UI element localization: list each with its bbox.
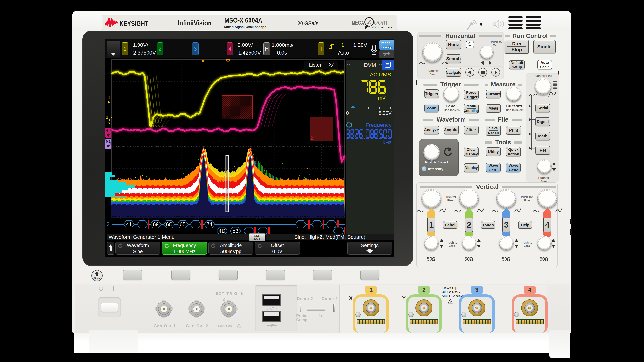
svg-text:4: 4 — [106, 128, 108, 133]
svg-text:2: 2 — [310, 134, 314, 141]
svg-text:1: 1 — [109, 224, 111, 228]
svg-text:kHz: kHz — [383, 140, 392, 145]
svg-text:1: 1 — [223, 113, 226, 120]
svg-text:41: 41 — [126, 222, 132, 227]
svg-text:S: S — [106, 221, 109, 226]
svg-text:5.20V: 5.20V — [379, 110, 392, 116]
svg-text:53: 53 — [232, 228, 238, 234]
svg-text:DVM: DVM — [364, 62, 376, 68]
svg-text:1: 1 — [106, 115, 108, 120]
svg-text:69: 69 — [153, 222, 159, 227]
svg-text:T: T — [108, 95, 111, 100]
svg-text:65: 65 — [180, 222, 186, 227]
svg-text:6C: 6C — [166, 222, 173, 227]
svg-text:mV: mV — [378, 95, 386, 101]
svg-text:Frequency: Frequency — [366, 122, 392, 128]
svg-text:0: 0 — [346, 110, 349, 116]
svg-text:Lister: Lister — [309, 62, 322, 68]
svg-text:74: 74 — [206, 222, 212, 227]
svg-text:AC RMS: AC RMS — [370, 72, 391, 78]
svg-text:4D: 4D — [219, 228, 226, 234]
svg-text:Back: Back — [94, 277, 100, 280]
svg-text:Z: Z — [367, 18, 371, 26]
